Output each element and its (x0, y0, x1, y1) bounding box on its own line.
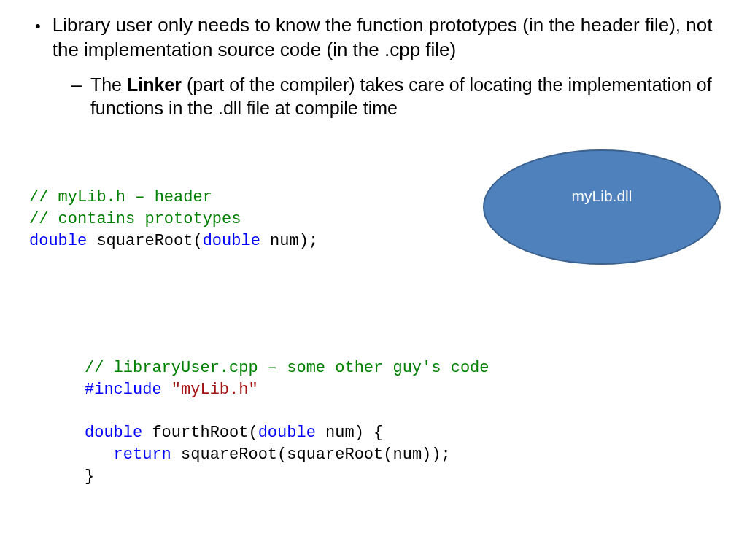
code-header-file: // myLib.h – header // contains prototyp… (29, 166, 318, 252)
main-bullet: • Library user only needs to know the fu… (35, 13, 725, 63)
c2-l2a: #include (85, 381, 162, 399)
c2-l4d: num) { (316, 424, 383, 442)
c2-l4a: double (85, 424, 142, 442)
c1-l3b: squareRoot( (87, 232, 202, 250)
c2-l4c: double (258, 424, 316, 442)
sub-bullet: – The Linker (part of the compiler) take… (71, 73, 725, 120)
c2-l5b: return (114, 446, 171, 464)
c1-l3d: num); (260, 232, 318, 250)
c1-l3a: double (29, 232, 87, 250)
sub-bullet-text: The Linker (part of the compiler) takes … (90, 73, 725, 120)
c2-l2b (162, 381, 171, 399)
c1-l2: // contains prototypes (29, 210, 241, 228)
bullet-dot-icon: • (35, 13, 53, 63)
sub-post: (part of the compiler) takes care of loc… (90, 74, 712, 119)
ellipse-icon (481, 148, 722, 266)
c2-l5a (85, 446, 114, 464)
c2-l2c: "myLib.h" (171, 381, 258, 399)
c1-l3c: double (203, 232, 260, 250)
sub-bold: Linker (127, 74, 182, 95)
dll-label: myLib.dll (481, 187, 722, 205)
dash-icon: – (71, 73, 90, 120)
code-user-file: // libraryUser.cpp – some other guy's co… (85, 336, 489, 488)
dll-ellipse (481, 148, 722, 266)
c2-l1: // libraryUser.cpp – some other guy's co… (85, 359, 489, 377)
c2-l6: } (85, 467, 94, 486)
svg-point-0 (484, 150, 720, 264)
c2-l4b: fourthRoot( (142, 424, 258, 442)
c2-l5c: squareRoot(squareRoot(num)); (171, 446, 451, 464)
main-bullet-text: Library user only needs to know the func… (53, 13, 725, 63)
sub-pre: The (90, 74, 127, 95)
c1-l1: // myLib.h – header (29, 188, 212, 206)
